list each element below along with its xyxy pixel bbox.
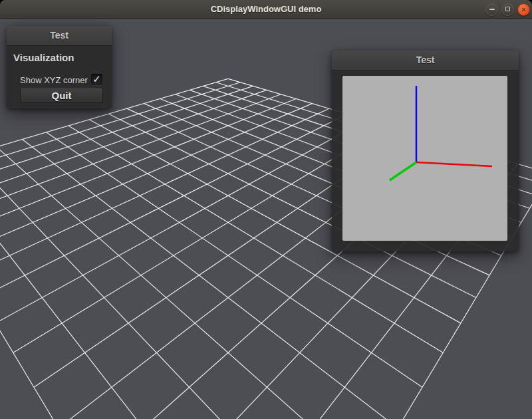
control-panel-header[interactable]: Test: [7, 26, 112, 46]
view-panel-header[interactable]: Test: [332, 51, 519, 70]
axes-viewport[interactable]: [342, 76, 507, 241]
view-panel: Test: [332, 51, 519, 251]
maximize-icon: [505, 7, 510, 11]
xyz-corner: [342, 76, 507, 241]
visualization-label: Visualization: [13, 52, 112, 63]
quit-button[interactable]: Quit: [20, 88, 103, 103]
minimize-button[interactable]: [485, 3, 498, 16]
show-xyz-checkbox[interactable]: [91, 74, 102, 85]
titlebar[interactable]: CDisplayWindowGUI demo: [0, 0, 532, 19]
minimize-icon: [489, 9, 495, 10]
gl-canvas[interactable]: Test Visualization Show XYZ corner Quit …: [0, 19, 532, 419]
view-panel-title: Test: [416, 55, 435, 65]
x-axis: [416, 162, 492, 166]
window-controls: [485, 0, 530, 19]
app-window: CDisplayWindowGUI demo Test Visualizatio…: [0, 0, 532, 419]
maximize-button[interactable]: [501, 3, 514, 16]
show-xyz-row: Show XYZ corner: [7, 74, 112, 86]
control-panel-title: Test: [50, 30, 68, 41]
close-button[interactable]: [517, 3, 530, 16]
show-xyz-label: Show XYZ corner: [20, 75, 88, 85]
window-title: CDisplayWindowGUI demo: [0, 0, 532, 18]
control-panel: Test Visualization Show XYZ corner Quit: [7, 26, 112, 108]
y-axis: [390, 162, 416, 180]
